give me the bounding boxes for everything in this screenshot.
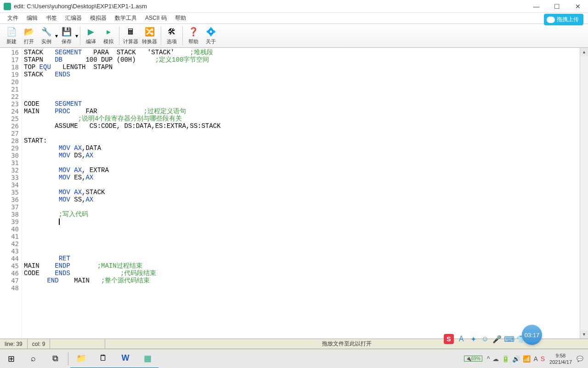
sogou-icon[interactable]: S <box>444 334 454 344</box>
tool-打开[interactable]: 📂打开 <box>20 25 38 47</box>
code-line[interactable]: END MAIN ;整个源代码结束 <box>24 277 588 284</box>
tool-选项[interactable]: 🛠选项 <box>163 25 181 47</box>
编译-icon: ▶ <box>85 26 96 37</box>
code-line[interactable] <box>24 86 588 93</box>
tool-转换器[interactable]: 🔀转换器 <box>140 25 159 47</box>
ime-emoji-icon[interactable]: ☺ <box>481 334 490 344</box>
tray-sogou-icon[interactable]: S <box>541 355 545 362</box>
window-title: edit: C:\Users\yuhong\Desktop\EXP1\EXP1-… <box>14 3 526 10</box>
tool-保存[interactable]: 💾保存 <box>58 25 75 47</box>
code-line[interactable] <box>24 218 588 225</box>
code-line[interactable]: ;说明4个段寄存器分别与哪些段有关 <box>24 115 588 122</box>
tray-chevron-icon[interactable]: ^ <box>487 355 490 362</box>
code-line[interactable] <box>24 225 588 233</box>
start-button[interactable]: ⊞ <box>0 349 22 368</box>
cloud-icon <box>547 17 555 23</box>
code-line[interactable] <box>24 284 588 292</box>
code-line[interactable] <box>24 240 588 247</box>
menu-数学工具[interactable]: 数学工具 <box>111 13 141 23</box>
code-line[interactable]: ASSUME CS:CODE, DS:DATA,ES:EXTRA,SS:STAC… <box>24 122 588 130</box>
emu-task-icon[interactable]: ▦ <box>136 349 158 368</box>
status-line: line: 39 <box>0 339 28 349</box>
code-line[interactable] <box>24 159 588 167</box>
search-button[interactable]: ⌕ <box>22 349 44 368</box>
menu-汇编器[interactable]: 汇编器 <box>62 13 85 23</box>
ime-mic-icon[interactable]: 🎤 <box>492 334 502 344</box>
code-line[interactable] <box>24 181 588 189</box>
menu-编辑[interactable]: 编辑 <box>23 13 41 23</box>
explorer-task-icon[interactable]: 📁 <box>70 349 92 368</box>
minimize-button[interactable]: — <box>526 0 547 13</box>
code-line[interactable]: STACK SEGMENT PARA STACK 'STACK' ;堆栈段 <box>24 49 588 56</box>
code-line[interactable] <box>24 203 588 211</box>
battery-icon[interactable]: 🔌 69% <box>464 356 482 362</box>
code-line[interactable]: CODE ENDS ;代码段结束 <box>24 270 588 277</box>
tool-计算器[interactable]: 🖩计算器 <box>121 25 140 47</box>
dropdown-icon[interactable]: ▾ <box>75 33 78 39</box>
menu-ASCII 码[interactable]: ASCII 码 <box>141 13 170 23</box>
clock[interactable]: 9:58 2021/4/17 <box>549 352 572 365</box>
关于-icon: 💠 <box>205 26 216 37</box>
tool-新建[interactable]: 📄新建 <box>3 25 20 47</box>
code-line[interactable]: MOV AX, EXTRA <box>24 167 588 174</box>
menu-帮助[interactable]: 帮助 <box>171 13 190 23</box>
tool-关于[interactable]: 💠关于 <box>202 25 220 47</box>
tool-编译[interactable]: ▶编译 <box>82 25 100 47</box>
close-button[interactable]: ✕ <box>567 0 588 13</box>
taskview-button[interactable]: ⧉ <box>44 349 66 368</box>
code-line[interactable]: START: <box>24 137 588 144</box>
word-task-icon[interactable]: W <box>114 349 136 368</box>
system-tray: 🔌 69% ^ ☁ 🔋 🔊 📶 A S 9:58 2021/4/17 💬 <box>464 352 588 365</box>
tray-volume-icon[interactable]: 🔊 <box>512 355 520 362</box>
code-line[interactable]: ;写入代码 <box>24 211 588 218</box>
code-line[interactable] <box>24 130 588 137</box>
code-line[interactable]: CODE SEGMENT <box>24 100 588 108</box>
vertical-scrollbar[interactable]: ▲ ▼ <box>580 48 588 339</box>
upload-button[interactable]: 拖拽上传 <box>544 14 583 25</box>
tool-模拟[interactable]: ▸模拟 <box>100 25 117 47</box>
code-line[interactable]: STACK ENDS <box>24 71 588 78</box>
editor-area: 1617181920212223242526272829303132333435… <box>0 48 588 339</box>
code-line[interactable]: STAPN DB 100 DUP (00H) ;定义100字节空间 <box>24 56 588 63</box>
text-cursor <box>59 218 60 225</box>
code-line[interactable] <box>24 247 588 255</box>
code-line[interactable]: MOV AX,DATA <box>24 144 588 152</box>
timer-badge[interactable]: 03:17 <box>522 325 542 345</box>
code-line[interactable]: MOV DS,AX <box>24 152 588 159</box>
code-editor[interactable]: STACK SEGMENT PARA STACK 'STACK' ;堆栈段STA… <box>22 48 588 339</box>
选项-icon: 🛠 <box>166 26 177 37</box>
scroll-down-icon[interactable]: ▼ <box>580 330 588 339</box>
code-line[interactable] <box>24 233 588 240</box>
转换器-icon: 🔀 <box>144 26 155 37</box>
code-line[interactable]: RET <box>24 255 588 262</box>
app2-task-icon[interactable]: 🗒 <box>92 349 114 368</box>
menu-模拟器[interactable]: 模拟器 <box>86 13 110 23</box>
tool-帮助[interactable]: ❓帮助 <box>185 25 202 47</box>
status-empty <box>50 339 105 349</box>
code-line[interactable]: MAIN ENDP ;MAIN过程结束 <box>24 262 588 270</box>
tray-lang-icon[interactable]: A <box>533 355 537 362</box>
menu-bar: 文件编辑书签汇编器模拟器数学工具ASCII 码帮助 <box>0 13 588 24</box>
menu-书签[interactable]: 书签 <box>42 13 61 23</box>
code-line[interactable] <box>24 78 588 86</box>
scroll-up-icon[interactable]: ▲ <box>580 48 588 56</box>
tray-wifi-icon[interactable]: 📶 <box>523 355 531 362</box>
ime-punct-icon[interactable]: ✦ <box>469 334 478 344</box>
code-line[interactable]: MAIN PROC FAR ;过程定义语句 <box>24 108 588 115</box>
tray-icons: ^ ☁ 🔋 🔊 📶 A S <box>487 355 545 362</box>
ime-keyboard-icon[interactable]: ⌨ <box>504 334 514 344</box>
code-line[interactable]: MOV ES,AX <box>24 174 588 181</box>
code-line[interactable]: MOV SS,AX <box>24 196 588 203</box>
code-line[interactable]: TOP EQU LENGTH STAPN <box>24 63 588 71</box>
帮助-icon: ❓ <box>188 26 199 37</box>
tray-cloud-icon[interactable]: ☁ <box>492 355 499 362</box>
code-line[interactable] <box>24 93 588 100</box>
ime-letter-icon[interactable]: A <box>457 334 466 344</box>
tool-实例[interactable]: 🔧实例 <box>38 25 55 47</box>
notifications-icon[interactable]: 💬 <box>577 356 583 362</box>
title-bar: edit: C:\Users\yuhong\Desktop\EXP1\EXP1-… <box>0 0 588 13</box>
code-line[interactable]: MOV AX,STACK <box>24 189 588 196</box>
maximize-button[interactable]: ☐ <box>547 0 567 13</box>
menu-文件[interactable]: 文件 <box>4 13 22 23</box>
tray-power-icon[interactable]: 🔋 <box>502 355 509 362</box>
